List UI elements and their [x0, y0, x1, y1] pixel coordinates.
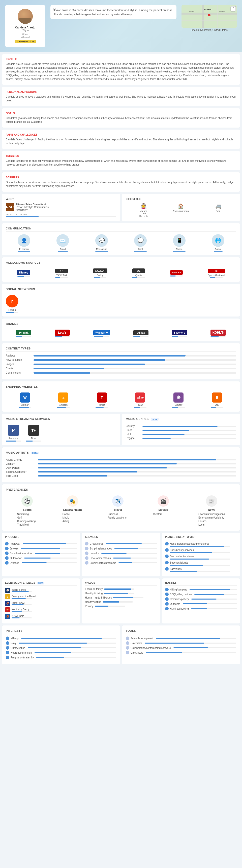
adidas-bar-fill — [133, 336, 140, 337]
shop-walmart-label: Walmart — [19, 404, 31, 406]
reddit-icon: r — [6, 295, 19, 307]
value-human-rights: Human rights & liberties — [85, 596, 157, 599]
outdoors-bar-fill — [183, 603, 207, 604]
hiking-text: Hiking/camping — [170, 588, 187, 591]
human-rights-bar — [113, 597, 143, 598]
healthy-fit-bar — [104, 593, 134, 594]
sports-illustrated-label: Sports Illustrated — [208, 274, 225, 277]
artist-sabrina-label: Sabrina Carpenter — [6, 470, 36, 473]
vanity-fair-logo: VF — [55, 269, 68, 273]
spas-bar-fill — [170, 552, 212, 553]
svg-rect-4 — [182, 20, 237, 21]
goals-text: Candela's goals include finding fashiona… — [6, 116, 236, 124]
genre-soul-label: Soul — [126, 433, 141, 435]
event-nba-finals: 🏀 NBA Finals — [5, 614, 77, 619]
content-howto-track — [33, 359, 236, 361]
adidas-logo: adidas — [133, 330, 149, 335]
preferences-title: PREFERENCES — [6, 488, 236, 493]
lifestyle-section: LIFESTYLE 👰 Married 1 kid Has cats 🏠 Own… — [122, 194, 240, 221]
events-values-hobbies-row: EVENTS/CONFERENCES BETA ⚾ World Series B… — [2, 579, 240, 623]
artist-ariana-track — [38, 459, 236, 460]
content-reviews: Reviews — [6, 354, 236, 357]
events-section: EVENTS/CONFERENCES BETA ⚾ World Series B… — [2, 579, 80, 623]
shop-etsy-label: Etsy — [211, 404, 223, 406]
music-artists-title: MUSIC ARTISTS BETA — [6, 451, 236, 456]
profile-link[interactable]: JCPENNEY.COM — [15, 40, 35, 43]
kentucky-derby-bar — [11, 611, 32, 612]
reddit-label: Reddit — [6, 308, 19, 311]
calculators-bar-fill — [146, 652, 182, 653]
bbq-dot — [165, 592, 169, 596]
brand-levis: Levi's — [55, 330, 70, 337]
world-series-bar-fill — [11, 591, 29, 592]
in-person-label: In person — [18, 248, 30, 250]
gallup-bar-fill — [94, 277, 100, 278]
media-nascar: NASCAR — [170, 270, 183, 277]
footwear-bar — [23, 543, 77, 544]
music-genres-badge: BETA — [151, 418, 159, 421]
pandora-icon: P — [8, 425, 19, 436]
hunting-bar — [191, 608, 237, 609]
quartz-bar-track — [132, 277, 145, 278]
genre-reggae: Reggae — [126, 437, 236, 439]
phone-icon: 📱 — [173, 234, 186, 247]
tools-title: TOOLS — [126, 629, 236, 634]
pref-sports: ⚽ Sports Swimming Golf Running/walking T… — [17, 495, 37, 527]
artist-dolly: Dolly Parton — [6, 466, 236, 469]
goals-heading: GOALS — [6, 112, 236, 115]
navy-bar-fill — [19, 643, 87, 644]
skechers-logo: Skechers — [172, 330, 187, 335]
credit-cards-dot — [85, 542, 88, 546]
shop-wayfair: ❋ Wayfair — [172, 393, 185, 408]
music-artists-section: MUSIC ARTISTS BETA Ariana Grande Eminem … — [2, 447, 240, 482]
work-lifestyle-row: WORK R&C Fitness Sales Consultant Resort… — [2, 194, 240, 221]
mass-merchants-bar-fill — [170, 546, 224, 547]
ceramics-dot — [165, 597, 169, 601]
super-bowl-bar — [11, 604, 32, 605]
genre-reggae-fill — [142, 438, 171, 439]
dev-tools-text: Development tools — [90, 557, 111, 560]
interest-crime: Crime/justice — [6, 646, 116, 650]
avatar — [18, 9, 33, 24]
content-comparisons-fill — [33, 372, 90, 374]
media-vanityfair: VF Vanity Fair — [55, 269, 68, 278]
value-healthy-fit: Healthy/fit living — [85, 592, 157, 595]
sports-pref-golf: Golf — [17, 516, 37, 519]
genre-blues-label: Blues — [126, 429, 141, 432]
outdoors-dot — [165, 602, 169, 606]
values-title: VALUES — [85, 582, 157, 586]
interest-heart: Heart/hypertension — [6, 651, 116, 654]
content-charts-track — [33, 368, 236, 369]
music-genres-title: MUSIC GENRES BETA — [126, 417, 236, 422]
sports-pref-swimming: Swimming — [17, 513, 37, 516]
jewelry-bar-fill — [21, 548, 60, 549]
barriers-text: One of the barriers Candela faces is the… — [6, 180, 236, 188]
messaging-label: Messaging — [95, 248, 108, 250]
interest-military: Military — [6, 637, 116, 640]
laundry-text: Laundry — [90, 552, 99, 555]
phone-label: Phone — [173, 248, 186, 250]
artist-ariana-fill — [38, 459, 216, 460]
comm-in-person: 👤 In person — [18, 234, 30, 252]
content-reviews-fill — [33, 355, 186, 356]
super-bowl-bar-fill — [11, 604, 24, 605]
social-icon: 🌐 — [212, 234, 224, 247]
loyalty-bar — [118, 562, 157, 563]
laundry-bar — [101, 553, 157, 554]
brand-primark: Primark — [16, 330, 31, 337]
value-focus-family: Focus on family — [85, 588, 157, 590]
collaboration-bar — [173, 647, 236, 648]
kentucky-derby-bar-fill — [11, 611, 22, 612]
brands-section: BRANDS Primark Levi's Walmart ✸ adidas S… — [2, 318, 240, 341]
scientific-bar — [156, 638, 237, 639]
travel-pref-business: Business — [108, 513, 128, 516]
kentucky-derby-label: Kentucky Derby — [11, 608, 32, 611]
income-bar-fill — [6, 216, 39, 217]
disney-bar-fill — [18, 276, 24, 277]
walmart-bar-track — [94, 336, 109, 337]
outerwear-dot — [5, 556, 8, 560]
svg-text:+: + — [233, 6, 234, 8]
hunting-bar-fill — [191, 608, 207, 609]
music-genres-section: MUSIC GENRES BETA Country Blues Soul Reg… — [122, 414, 240, 445]
genre-soul: Soul — [126, 433, 236, 435]
